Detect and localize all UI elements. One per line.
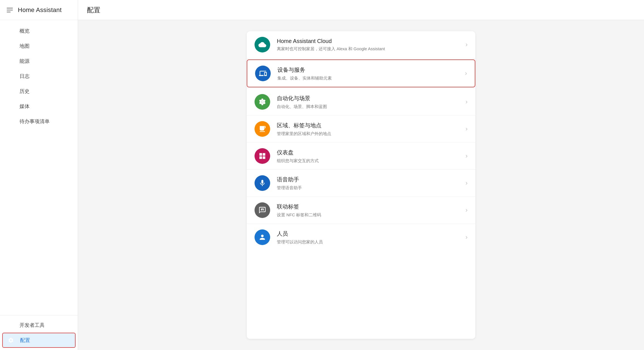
sidebar-item-media[interactable]: 媒体: [0, 99, 78, 114]
voice-subtitle: 管理语音助手: [277, 185, 462, 191]
settings-item-nfc[interactable]: 联动标签 设置 NFC 标签和二维码 ›: [247, 197, 475, 224]
person-item-text: 人员 管理可以访问您家的人员: [277, 230, 462, 245]
devices-chevron: ›: [465, 70, 467, 77]
sidebar-item-todo[interactable]: 待办事项清单: [0, 114, 78, 129]
sidebar-item-overview[interactable]: 概览: [0, 23, 78, 39]
bolt-icon: [7, 57, 14, 65]
grid-icon: [7, 27, 14, 35]
todo-icon: [7, 118, 14, 125]
person-icon-wrapper: [255, 229, 270, 245]
sidebar-label-todo: 待办事项清单: [20, 118, 50, 125]
svg-rect-0: [8, 29, 10, 31]
voice-item-text: 语音助手 管理语音助手: [277, 176, 462, 191]
cloud-title: Home Assistant Cloud: [277, 38, 462, 44]
settings-item-cloud[interactable]: Home Assistant Cloud 离家时也可控制家居，还可接入 Alex…: [247, 31, 475, 58]
area-item-text: 区域、标签与地点 管理家里的区域和户外的地点: [277, 122, 462, 136]
cloud-icon-wrapper: [255, 37, 270, 52]
sidebar-label-logbook: 日志: [20, 73, 30, 80]
sidebar-label-media: 媒体: [20, 103, 30, 110]
voice-chevron: ›: [466, 179, 468, 187]
devices-title: 设备与服务: [277, 66, 462, 74]
auto-icon-wrapper: [255, 94, 270, 110]
devices-subtitle: 集成、设备、实体和辅助元素: [277, 75, 462, 81]
settings-item-automation[interactable]: 自动化与场景 自动化、场景、脚本和蓝图 ›: [247, 88, 475, 116]
sidebar-item-developer[interactable]: 开发者工具: [0, 318, 78, 333]
sidebar-label-map: 地图: [20, 43, 30, 49]
gear-icon: [7, 337, 14, 344]
sidebar-item-energy[interactable]: 能源: [0, 54, 78, 69]
automation-title: 自动化与场景: [277, 95, 462, 102]
automation-subtitle: 自动化、场景、脚本和蓝图: [277, 104, 462, 109]
dashboard-item-text: 仪表盘 组织您与家交互的方式: [277, 149, 462, 164]
area-title: 区域、标签与地点: [277, 122, 462, 129]
settings-item-dashboard[interactable]: 仪表盘 组织您与家交互的方式 ›: [247, 143, 475, 170]
sidebar-item-history[interactable]: 历史: [0, 84, 78, 99]
dash-icon-wrapper: [255, 148, 270, 164]
cloud-subtitle: 离家时也可控制家居，还可接入 Alexa 和 Google Assistant: [277, 46, 462, 52]
bar-chart-icon: [7, 88, 14, 95]
area-chevron: ›: [466, 125, 468, 133]
person-title: 人员: [277, 230, 462, 238]
nfc-icon-wrapper: [255, 202, 270, 218]
devices-icon-wrapper: [255, 66, 271, 81]
settings-item-area[interactable]: 区域、标签与地点 管理家里的区域和户外的地点 ›: [247, 116, 475, 143]
sidebar-label-config: 配置: [20, 337, 30, 344]
settings-item-voice[interactable]: 语音助手 管理语音助手 ›: [247, 170, 475, 197]
nfc-item-text: 联动标签 设置 NFC 标签和二维码: [277, 203, 462, 218]
area-icon-wrapper: [255, 121, 270, 137]
cloud-item-text: Home Assistant Cloud 离家时也可控制家居，还可接入 Alex…: [277, 38, 462, 52]
svg-rect-1: [11, 29, 13, 31]
sidebar-item-config[interactable]: 配置: [2, 333, 76, 348]
nfc-subtitle: 设置 NFC 标签和二维码: [277, 212, 462, 218]
hamburger-menu-button[interactable]: [6, 7, 14, 13]
sidebar-header: Home Assistant: [0, 0, 78, 20]
play-icon: [7, 103, 14, 110]
sidebar-label-overview: 概览: [20, 28, 30, 34]
map-icon: [7, 42, 14, 50]
dashboard-title: 仪表盘: [277, 149, 462, 156]
dashboard-chevron: ›: [466, 152, 468, 160]
main-content: 配置 Home Assistant Cloud 离家时也可控制家居，还可接入 A…: [78, 0, 644, 350]
wrench-icon: [7, 322, 14, 329]
list-icon: [7, 73, 14, 80]
nfc-title: 联动标签: [277, 203, 462, 210]
sidebar-nav: 概览 地图 能源 日志 历史: [0, 20, 78, 315]
sidebar-item-map[interactable]: 地图: [0, 39, 78, 54]
area-subtitle: 管理家里的区域和户外的地点: [277, 131, 462, 136]
sidebar: Home Assistant 概览 地图 能源: [0, 0, 78, 350]
svg-point-4: [262, 101, 263, 103]
content-area: Home Assistant Cloud 离家时也可控制家居，还可接入 Alex…: [78, 20, 644, 350]
dashboard-subtitle: 组织您与家交互的方式: [277, 158, 462, 164]
svg-rect-2: [8, 31, 10, 33]
page-header: 配置: [78, 0, 644, 20]
devices-item-text: 设备与服务 集成、设备、实体和辅助元素: [277, 66, 462, 81]
automation-chevron: ›: [466, 98, 468, 106]
settings-panel: Home Assistant Cloud 离家时也可控制家居，还可接入 Alex…: [247, 31, 475, 339]
svg-rect-3: [11, 31, 13, 33]
sidebar-label-history: 历史: [20, 88, 30, 95]
page-title: 配置: [87, 6, 100, 15]
nfc-chevron: ›: [466, 207, 468, 214]
voice-icon-wrapper: [255, 175, 270, 191]
sidebar-label-energy: 能源: [20, 58, 30, 64]
svg-rect-7: [261, 208, 263, 209]
person-chevron: ›: [466, 234, 468, 241]
sidebar-label-developer: 开发者工具: [20, 322, 45, 329]
automation-item-text: 自动化与场景 自动化、场景、脚本和蓝图: [277, 95, 462, 109]
app-title: Home Assistant: [18, 6, 62, 14]
voice-title: 语音助手: [277, 176, 462, 183]
settings-item-devices[interactable]: 设备与服务 集成、设备、实体和辅助元素 ›: [247, 59, 475, 87]
sidebar-bottom: 开发者工具 配置: [0, 315, 78, 350]
sidebar-item-logbook[interactable]: 日志: [0, 69, 78, 84]
person-subtitle: 管理可以访问您家的人员: [277, 239, 462, 245]
settings-item-person[interactable]: 人员 管理可以访问您家的人员 ›: [247, 224, 475, 251]
cloud-chevron: ›: [466, 41, 468, 48]
